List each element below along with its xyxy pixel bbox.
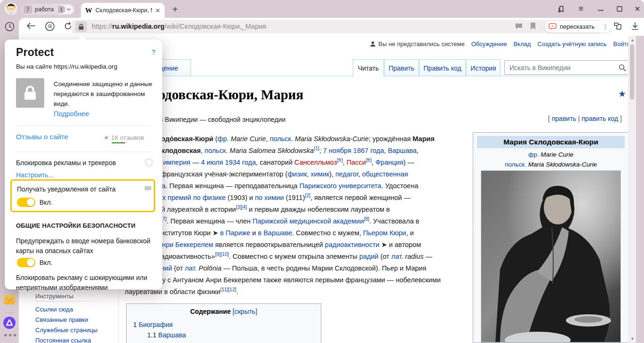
bookmark-icon[interactable] — [530, 22, 536, 32]
wiki-tab-history[interactable]: История — [466, 59, 501, 76]
notifications-toggle[interactable] — [17, 198, 35, 207]
url-path: /wiki/Склодовская-Кюри,_Мария — [165, 23, 266, 30]
history-icon[interactable] — [4, 21, 15, 34]
body-line: Нобелевских премий по физике (1903) и по… — [125, 194, 411, 201]
personal-link-contribs[interactable]: Вклад — [513, 40, 531, 48]
new-tab-button[interactable]: + — [168, 3, 182, 16]
wiki-search-input[interactable] — [505, 61, 614, 74]
body-line: луч) и полоний (от лат. Polōnia — Польша… — [125, 264, 426, 272]
anon-user-label: Вы не представились системе — [370, 40, 464, 48]
active-tab[interactable]: W Склодовская-Кюри, Ма ✕ — [81, 3, 165, 18]
rail-divider — [4, 312, 15, 313]
reviews-rating-bar — [112, 142, 125, 144]
person-icon — [370, 41, 376, 47]
wiki-tab-read[interactable]: Читать — [353, 59, 384, 77]
body-line: нобелевской лауреаткой в истории[3][4] и… — [125, 206, 390, 213]
toc-item-biography[interactable]: 1 Биография — [133, 321, 173, 328]
watchlist-star-icon[interactable]: ★ — [618, 88, 626, 99]
svg-text:«: « — [551, 24, 554, 28]
toc-item-warsaw[interactable]: 1.1 Варшава — [147, 331, 186, 339]
tab-separator — [77, 5, 77, 13]
page-scrollbar[interactable]: ▲ ▼ — [628, 36, 636, 343]
sidebar-link-permanent[interactable]: Постоянная ссылка — [35, 337, 91, 343]
protect-help-link[interactable]: ? — [151, 48, 155, 56]
body-line: Саломе́я Склодовская, польск. Maria Salo… — [125, 147, 419, 154]
protect-popup: Protect ? Вы на сайте https://ru.wikiped… — [5, 40, 162, 289]
browser-window: 7 работа 1 W Склодовская-Кюри, Ма ✕ + ≡ … — [0, 0, 644, 343]
quote-bubble-icon: « — [549, 23, 557, 30]
search-icon[interactable] — [619, 64, 626, 72]
edit-links[interactable]: [ править | править код ] — [548, 115, 622, 122]
downloads-icon[interactable] — [631, 22, 639, 33]
menu-icon[interactable]: ≡ — [574, 4, 588, 14]
notifications-toggle-row: Вкл. — [17, 198, 53, 207]
card-warning-toggle[interactable] — [17, 258, 35, 267]
site-reviews-link[interactable]: Отзывы о сайте — [16, 133, 68, 141]
sidebar-link-related[interactable]: Связанные правки — [35, 316, 88, 323]
card-warning-toggle-row: Вкл. — [17, 258, 53, 267]
close-button[interactable]: ✕ — [630, 4, 644, 14]
rail-more-icon[interactable]: ●●● — [4, 331, 18, 338]
article-lead-paragraph: Мари́я Склодо́вская-Кюри́ (фр. Marie Cur… — [125, 134, 469, 304]
sidebar-link-whatlinkshere[interactable]: Ссылки сюда — [35, 306, 73, 313]
tab-close-icon[interactable]: ✕ — [155, 7, 160, 14]
details-link[interactable]: Подробнее — [54, 110, 89, 118]
body-line: польская и французская учёная-эксперимен… — [125, 170, 408, 178]
toc-box: Содержание [скрыть] 1 Биография 1.1 Варш… — [126, 303, 321, 343]
tab-group[interactable]: 7 работа 1 — [22, 4, 75, 15]
sidebar-link-special[interactable]: Служебные страницы — [35, 327, 97, 334]
scrollbar-thumb[interactable] — [630, 44, 634, 100]
wiki-tab-edit-source[interactable]: Править код — [419, 59, 466, 76]
tab-group-active-pill[interactable]: 1 — [56, 5, 73, 14]
avatar-girl-icon — [5, 2, 17, 15]
infobox-name-french: фр. Marie Curie — [473, 151, 628, 158]
back-icon[interactable] — [26, 22, 35, 32]
scroll-up-icon[interactable]: ▲ — [630, 38, 635, 42]
tab-strip: 7 работа 1 W Склодовская-Кюри, Ма ✕ + ≡ … — [0, 0, 644, 18]
address-bar[interactable]: https://ru.wikipedia.org/wiki/Склодовска… — [72, 20, 602, 33]
personal-link-create-account[interactable]: Создать учётную запись — [537, 40, 606, 48]
maximize-button[interactable] — [612, 4, 627, 14]
collections-icon[interactable] — [612, 22, 623, 33]
notifications-label: Получать уведомления от сайта — [17, 185, 116, 193]
infobox-name-polish: польск. Maria Skłodowska-Curie — [473, 161, 628, 168]
toggle-state-label: Вкл. — [40, 259, 53, 266]
yandex-mail-icon[interactable] — [3, 294, 16, 307]
toggle-state-label: Вкл. — [40, 199, 53, 206]
wiki-search-box — [504, 60, 630, 75]
body-line: Антуаном Анри Беккерелем является первоо… — [125, 241, 421, 248]
retell-menu-icon[interactable]: ⋮ — [598, 23, 608, 30]
body-line: истории[6][2][7]. Первая женщина — член … — [125, 217, 419, 225]
tab-title: Склодовская-Кюри, Ма — [95, 7, 152, 14]
shock-ads-label: Блокировать рекламу с шокирующими илинеп… — [16, 273, 147, 293]
profile-avatar[interactable] — [5, 2, 17, 15]
wiki-tab-edit[interactable]: Править — [384, 59, 419, 76]
retell-button[interactable]: « пересказать ⋮ — [545, 21, 612, 32]
comment-icon[interactable] — [515, 23, 523, 32]
lock-badge[interactable] — [75, 21, 87, 32]
security-section-header: ОБЩИЕ НАСТРОЙКИ БЕЗОПАСНОСТИ — [16, 222, 135, 229]
alice-assistant-icon[interactable] — [3, 316, 16, 331]
popup-divider — [16, 152, 151, 152]
url-host: ru.wikipedia.org — [112, 23, 165, 30]
card-warning-label: Предупреждать о вводе номера банковскойк… — [16, 236, 151, 256]
adblock-label: Блокировка рекламы и трекеров — [16, 159, 116, 167]
body-line: создании Институтов Кюри ➤ в Париже и в … — [125, 229, 414, 237]
configure-link[interactable]: Настроить... — [16, 171, 54, 179]
minimize-button[interactable] — [594, 4, 608, 14]
chevron-down-icon — [66, 7, 71, 12]
url-scheme: https:// — [92, 23, 112, 30]
toc-header[interactable]: Содержание [скрыть] — [127, 308, 321, 315]
portrait-photo[interactable] — [481, 170, 621, 343]
site-line: Вы на сайте https://ru.wikipedia.org — [16, 63, 117, 70]
side-panel-icon[interactable] — [554, 4, 568, 14]
personal-link-talk[interactable]: Обсуждение — [471, 40, 507, 48]
popup-divider — [16, 125, 151, 126]
yandex-home-icon[interactable]: Я — [45, 21, 55, 33]
lock-icon — [78, 24, 84, 30]
tab-group-count-badge: 7 — [24, 5, 32, 14]
toolbar-separator — [606, 23, 606, 30]
scroll-down-icon[interactable]: ▼ — [630, 336, 635, 341]
body-line: Мари́я Склодо́вская-Кюри́ (фр. Marie Cur… — [125, 135, 435, 143]
body-line: деятельница. Первая женщина — преподават… — [125, 182, 418, 190]
